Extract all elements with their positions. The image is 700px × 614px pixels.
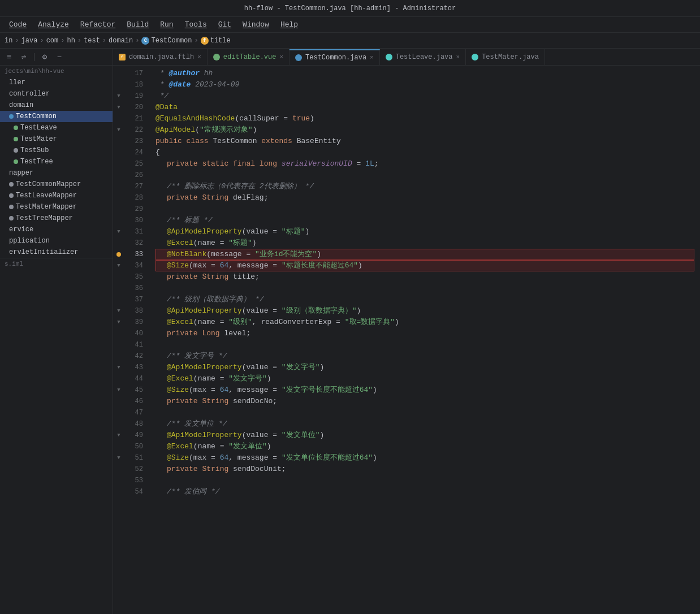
expand-icon[interactable]: ⇌ [18,51,29,63]
menu-window[interactable]: Window [238,19,274,30]
code-line-54: /** 发伯同 */ [155,486,694,498]
close-panel-icon[interactable]: − [54,51,65,63]
tabs-bar: f domain.java.ftlh × editTable.vue × Tes… [113,49,700,66]
code-line-33: @NotBlank(message = "业务id不能为空") [155,249,694,260]
fold-49-icon[interactable]: ▼ [117,433,120,438]
tab-testleave[interactable]: TestLeave.java × [380,49,466,65]
menu-run[interactable]: Run [155,19,178,30]
menu-build[interactable]: Build [122,19,153,30]
linenum-25: 25 [124,158,145,170]
gutter-29 [113,204,124,215]
linenum-51: 51 [124,452,145,464]
fold-51-icon[interactable]: ▼ [117,455,120,461]
editor-content: ▼ ▼ ▼ ▼ ▼ [113,66,700,614]
sidebar-dot-green [14,126,18,130]
tab-edittable[interactable]: editTable.vue × [208,49,289,65]
code-line-53 [155,475,694,486]
sidebar-item-napper[interactable]: napper [0,167,113,179]
breadcrumb-testcommon[interactable]: TestCommon [151,37,192,45]
settings-icon[interactable]: ⚙ [39,51,50,63]
code-line-31: @ApiModelProperty(value = "标题") [155,226,694,237]
linenum-52: 52 [124,464,145,475]
collapse-all-icon[interactable]: ≡ [3,51,15,63]
menu-help[interactable]: Help [276,19,303,30]
sidebar-dot-gray4 [9,205,14,209]
tab-testleave-close[interactable]: × [456,54,460,60]
tab-testcommon-label: TestCommon.java [305,54,366,62]
sidebar-item-testtree[interactable]: TestTree [0,156,113,167]
code-line-32: @Excel(name = "标题") [155,237,694,249]
menu-refactor[interactable]: Refactor [76,19,120,30]
code-content[interactable]: * @author hh * @date 2023-04-09 */ @Data [150,68,700,612]
breadcrumb-domain[interactable]: domain [109,37,133,45]
gutter-17 [113,68,124,79]
sidebar-dot-gray5 [9,216,14,220]
fold-39-icon[interactable]: ▼ [117,319,120,325]
code-line-18: * @date 2023-04-09 [155,79,694,90]
tab-domain-ftlh[interactable]: f domain.java.ftlh × [113,49,208,65]
menu-analyze[interactable]: Analyze [33,19,74,30]
sidebar-item-pplication[interactable]: pplication [0,235,113,247]
sidebar-item-ervice[interactable]: ervice [0,224,113,235]
linenum-46: 46 [124,396,145,407]
linenum-33: 33 [124,249,145,260]
breadcrumb-test[interactable]: test [84,37,100,45]
fold-38-icon[interactable]: ▼ [117,308,120,314]
sidebar-item-domain[interactable]: domain [0,100,113,111]
sidebar-item-ller[interactable]: ller [0,77,113,88]
fold-31-icon[interactable]: ▼ [117,229,120,235]
gutter-39: ▼ [113,317,124,328]
linenum-30: 30 [124,215,145,226]
sidebar-item-controller[interactable]: controller [0,88,113,100]
linenum-21: 21 [124,113,145,124]
fold-43-icon[interactable]: ▼ [117,365,120,370]
sidebar-item-testmater[interactable]: TestMater [0,133,113,145]
sidebar-item-testmatermapper[interactable]: TestMaterMapper [0,201,113,213]
breadcrumb-in[interactable]: in [5,37,12,45]
sidebar-item-testleavemapper[interactable]: TestLeaveMapper [0,190,113,201]
fold-22-icon[interactable]: ▼ [117,127,120,133]
sidebar-item-label: pplication [9,237,50,245]
sidebar-item-label: controller [9,90,50,98]
sidebar-item-label: ervice [9,226,33,234]
sidebar-item-ervletinitializer[interactable]: ervletInitializer [0,247,113,258]
tab-domain-close[interactable]: × [197,54,201,60]
sidebar-dot-gray2 [9,182,14,187]
breadcrumb: in › java › com › hh › test › domain › C… [0,33,700,49]
tab-testmater[interactable]: TestMater.java [466,49,545,65]
sidebar-item-testsub[interactable]: TestSub [0,145,113,156]
sidebar-item-label: TestLeave [20,124,57,132]
gutter-28 [113,192,124,204]
code-line-17: * @author hh [155,68,694,79]
fold-34-icon[interactable]: ▼ [117,263,120,269]
breadcrumb-hh[interactable]: hh [67,37,75,45]
breadcrumb-java[interactable]: java [21,37,38,45]
fold-19-icon[interactable]: ▼ [117,93,120,99]
linenum-17: 17 [124,68,145,79]
code-line-40: private Long level; [155,328,694,339]
tab-testmater-icon [472,54,478,60]
gutter-38: ▼ [113,305,124,317]
tab-edittable-close[interactable]: × [279,54,283,60]
menu-git[interactable]: Git [214,19,236,30]
sidebar-item-testcommon[interactable]: TestCommon [0,111,113,122]
gutter-54 [113,486,124,498]
sidebar-item-label: ervletInitializer [9,248,78,256]
fold-20-icon[interactable]: ▼ [117,105,120,110]
fold-45-icon[interactable]: ▼ [117,387,120,393]
code-line-43: @ApiModelProperty(value = "发文字号") [155,362,694,373]
sidebar-item-testcommonmapper[interactable]: TestCommonMapper [0,179,113,190]
code-line-26 [155,170,694,181]
breadcrumb-com[interactable]: com [46,37,59,45]
tab-testcommon-close[interactable]: × [370,54,374,61]
linenum-50: 50 [124,441,145,452]
sidebar-dot-green2 [14,137,18,141]
sidebar-item-testtreemapper[interactable]: TestTreeMapper [0,213,113,224]
code-editor[interactable]: ▼ ▼ ▼ ▼ ▼ [113,66,700,614]
menu-tools[interactable]: Tools [180,19,211,30]
breadcrumb-title[interactable]: title [210,37,231,45]
sidebar-item-testleave[interactable]: TestLeave [0,122,113,133]
tab-testcommon[interactable]: TestCommon.java × [289,49,380,65]
menu-code[interactable]: Code [5,19,31,30]
sidebar-item-label: napper [9,169,33,177]
